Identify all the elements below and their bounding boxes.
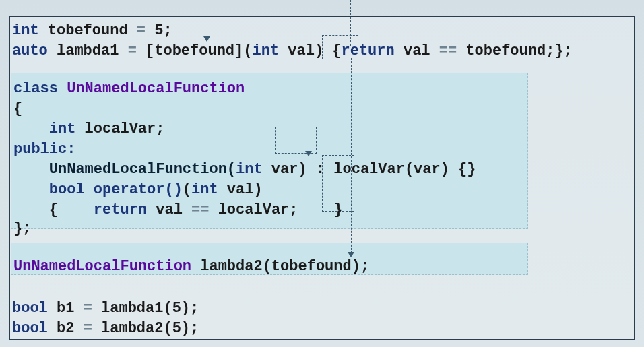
ctor-var: var) [263,161,307,178]
code-line-11: UnNamedLocalFunction lambda2(tobefound); [13,257,369,276]
localvar9: localVar; } [209,201,342,218]
eq13: = [84,320,92,337]
code-line-1: int tobefound = 5; [12,22,172,40]
callout-line-2 [207,0,207,38]
arrow-5 [348,252,354,257]
kw-public: public: [13,141,75,158]
val8: val) [218,181,263,198]
kw-return2: return [94,201,147,218]
kw-int4: int [236,161,263,178]
txt-val: val) [279,42,323,59]
equals: = [137,22,146,39]
ident-lambda1: lambda1 [48,42,128,59]
brace-close: }; [13,220,31,237]
kw-class: class [13,80,67,97]
code-line-2: auto lambda1 = [tobefound](int val) {ret… [12,42,573,61]
literal-5: 5; [146,22,172,39]
sp8 [85,181,94,198]
code-line-7: UnNamedLocalFunction(int var) : localVar… [13,160,476,179]
val9: val [147,201,191,218]
callout-line-1 [88,0,88,23]
class-name: UnNamedLocalFunction [67,80,245,97]
txt-val2: val [395,42,439,59]
kw-operator: operator() [94,181,183,198]
txt-tobefound2: tobefound;}; [457,42,573,59]
ctor-name: UnNamedLocalFunction( [13,161,236,178]
call-lambda2: lambda2(5); [92,320,199,337]
eqeq: == [439,42,457,59]
kw-bool: bool [49,181,85,198]
kw-auto: auto [12,42,48,59]
code-line-6: public: [13,140,75,159]
indent5 [13,121,49,137]
ident-localvar: localVar; [75,121,164,137]
kw-bool2: bool [12,300,48,317]
code-line-10: }; [13,220,31,239]
equals2: = [128,42,137,59]
code-line-8: bool operator()(int val) [13,181,263,199]
kw-return: return [342,42,395,59]
lambda2-decl: lambda2(tobefound); [191,258,369,275]
brace-open2: { [13,100,22,117]
kw-int2: int [252,42,279,59]
ident-b1: b1 [48,300,84,317]
capture: [tobefound]( [137,42,253,59]
code-line-3: class UnNamedLocalFunction [13,80,245,98]
dashed-box-var [275,127,317,154]
ident-tobefound: tobefound [39,22,137,39]
code-line-13: bool b2 = lambda2(5); [12,319,199,338]
call-lambda1: lambda1(5); [92,300,199,317]
code-line-4: { [13,100,22,119]
arrow-2 [203,36,210,42]
code-line-12: bool b1 = lambda1(5); [12,299,199,318]
code-line-9: { return val == localVar; } [13,201,343,220]
kw-int3: int [49,121,76,137]
ident-b2: b2 [48,320,84,337]
kw-int5: int [191,181,218,198]
ctor-init: : localVar(var) {} [307,161,476,178]
kw-bool3: bool [12,320,48,337]
indent8 [13,181,49,198]
slide: { "code": { "l1_a": "int", "l1_b": " tob… [0,0,644,347]
paren8: ( [183,181,191,198]
brace-open: { [323,42,341,59]
code-line-5: int localVar; [13,120,164,139]
eqeq2: == [191,201,209,218]
eq12: = [84,300,92,317]
kw-int: int [12,22,39,39]
class-name2: UnNamedLocalFunction [13,258,191,275]
indent9: { [13,201,94,218]
